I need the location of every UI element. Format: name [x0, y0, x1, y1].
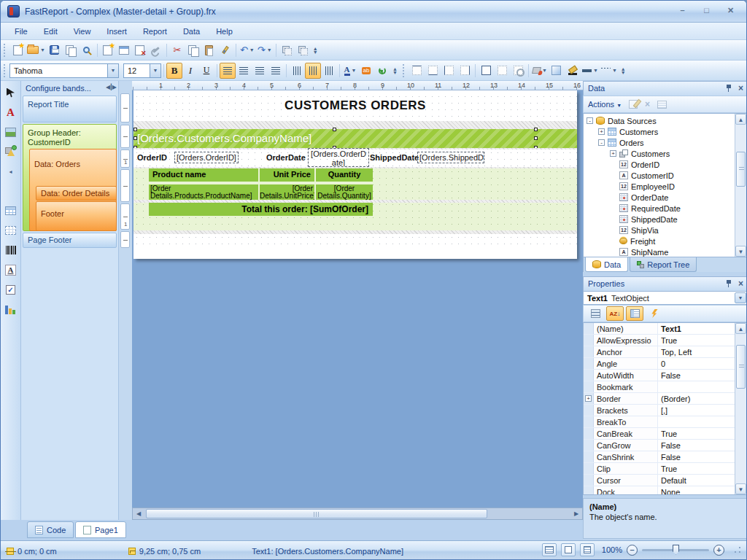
orderdate-expr-object[interactable]: [Orders.OrderDate] [308, 148, 369, 167]
delete-datasource-icon[interactable]: × [645, 99, 650, 109]
orderdate-label-object[interactable]: OrderDate [266, 153, 306, 162]
scroll-up-icon[interactable]: ▲ [735, 114, 746, 125]
group-button[interactable] [279, 42, 295, 58]
tree-item-shipvia[interactable]: 12ShipVia [610, 225, 659, 236]
valign-center-button[interactable] [305, 63, 321, 79]
orderid-label-object[interactable]: OrderID [137, 153, 167, 162]
align-center-button[interactable] [236, 63, 252, 79]
scroll-down-icon[interactable]: ▼ [735, 246, 746, 257]
design-surface[interactable]: 12345678910111213141516 CUSTOMERS ORDERS… [132, 81, 583, 508]
font-color-button[interactable]: A▼ [342, 63, 358, 79]
property-row-angle[interactable]: Angle0 [584, 358, 735, 370]
maximize-button[interactable]: □ [697, 4, 716, 18]
object-selector[interactable]: Text1 TextObject ▼ [583, 291, 747, 305]
scrollbar-thumb[interactable] [146, 509, 487, 518]
property-value[interactable]: False [658, 370, 735, 381]
delete-page-button[interactable] [132, 42, 148, 58]
border-bottom-button[interactable] [425, 63, 441, 79]
text-rotation-button[interactable] [374, 63, 390, 79]
undo-button[interactable]: ↶▼ [239, 42, 256, 58]
copy-button[interactable] [185, 42, 201, 58]
menu-report[interactable]: Report [135, 25, 175, 38]
tree-item-data-sources[interactable]: -Data Sources [587, 115, 657, 126]
band-page-footer[interactable]: Page Footer [23, 233, 117, 248]
align-right-button[interactable] [252, 63, 268, 79]
product-name-data-cell[interactable]: [Order Details.Products.ProductName] [149, 184, 258, 200]
property-value[interactable]: None [658, 486, 735, 495]
property-value[interactable]: True [658, 463, 735, 474]
copy-pages-button[interactable] [63, 42, 79, 58]
collapse-icon[interactable]: - [587, 117, 593, 124]
paste-button[interactable] [201, 42, 217, 58]
menu-help[interactable]: Help [208, 25, 241, 38]
property-value[interactable]: Top, Left [658, 346, 735, 357]
property-row-name[interactable]: (Name)Text1 [584, 323, 735, 335]
menu-data[interactable]: Data [175, 25, 208, 38]
format-painter-button[interactable] [217, 42, 233, 58]
expand-icon[interactable]: + [585, 395, 592, 402]
alphabetical-sort-button[interactable]: AZ [606, 306, 624, 321]
expand-icon[interactable]: + [598, 128, 605, 135]
close-button[interactable]: ✕ [721, 4, 740, 18]
view-continuous-button[interactable] [561, 543, 576, 556]
data-orders-band-area[interactable]: OrderID [Orders.OrderID] OrderDate [Orde… [133, 149, 577, 167]
text-tool-button[interactable]: A [2, 104, 20, 121]
menu-insert[interactable]: Insert [98, 25, 135, 38]
scroll-left-icon[interactable]: ◀ [133, 510, 144, 517]
close-icon[interactable]: × [738, 280, 743, 287]
property-row-breakto[interactable]: BreakTo [584, 416, 735, 428]
property-value[interactable] [658, 416, 735, 427]
product-name-header-cell[interactable]: Product name [149, 168, 258, 182]
quantity-data-cell[interactable]: [Order Details.Quantity] [316, 184, 373, 200]
toolbar-grip[interactable] [402, 64, 406, 77]
valign-bottom-button[interactable] [321, 63, 337, 79]
unit-price-header-cell[interactable]: Unit Price [260, 168, 314, 182]
tree-item-shipname[interactable]: AShipName [610, 246, 668, 257]
page-settings-button[interactable] [148, 42, 164, 58]
tree-scrollbar[interactable]: ▲ ▼ [735, 114, 746, 257]
picture-tool-button[interactable] [2, 123, 20, 141]
valign-top-button[interactable] [289, 63, 305, 79]
property-row-bookmark[interactable]: Bookmark [584, 381, 735, 393]
scroll-right-icon[interactable]: ▶ [570, 510, 582, 517]
unit-price-data-cell[interactable]: [Order Details.UnitPrice] [260, 184, 314, 200]
checkbox-tool-button[interactable]: ✓ [2, 281, 20, 298]
minimize-button[interactable]: – [673, 4, 692, 18]
tree-item-customers[interactable]: +Customers [610, 148, 670, 159]
border-left-button[interactable] [441, 63, 457, 79]
band-footer[interactable]: Footer [36, 201, 117, 231]
scrollbar-thumb[interactable] [736, 345, 746, 389]
property-value[interactable]: (Border) [658, 393, 735, 404]
property-value[interactable]: False [658, 451, 735, 462]
font-size-select[interactable]: 12 ▼ [123, 63, 161, 78]
toolbar-grip[interactable] [3, 44, 7, 57]
collapse-icon[interactable]: - [598, 139, 605, 146]
property-row-canbreak[interactable]: CanBreakTrue [584, 428, 735, 440]
property-row-border[interactable]: +Border(Border) [584, 393, 735, 405]
tree-item-orderid[interactable]: 12OrderID [610, 159, 659, 170]
tree-item-customerid[interactable]: ACustomerID [610, 170, 674, 181]
view-single-page-button[interactable] [542, 543, 557, 556]
splitter-icon[interactable]: ◀┃▶ [106, 84, 116, 90]
properties-view-button[interactable] [626, 306, 643, 321]
bottom-tab-code[interactable]: Code [27, 521, 74, 538]
property-value[interactable]: 0 [658, 358, 735, 369]
line-style-button[interactable]: ▼ [600, 63, 619, 79]
property-row-canshrink[interactable]: CanShrinkFalse [584, 451, 735, 463]
panel-tab-data[interactable]: Data [585, 257, 628, 272]
chevron-down-icon[interactable]: ▼ [150, 64, 160, 77]
subreport-tool-button[interactable] [2, 182, 20, 200]
band-group-header[interactable]: Group Header: CustomerID Data: Orders Da… [23, 124, 117, 231]
new-page-button[interactable] [100, 42, 116, 58]
edit-datasource-icon[interactable] [629, 100, 638, 109]
expand-icon[interactable]: + [610, 150, 616, 157]
fill-style-button[interactable] [549, 63, 565, 79]
zoom-slider[interactable] [642, 549, 709, 551]
categorized-view-button[interactable] [587, 306, 604, 321]
property-value[interactable]: True [658, 428, 735, 439]
shippeddate-label-object[interactable]: ShippedDate [370, 153, 419, 162]
events-view-button[interactable] [646, 306, 663, 321]
menu-edit[interactable]: Edit [36, 25, 66, 38]
menu-file[interactable]: File [7, 25, 36, 38]
highlight-button[interactable]: ab [358, 63, 374, 79]
